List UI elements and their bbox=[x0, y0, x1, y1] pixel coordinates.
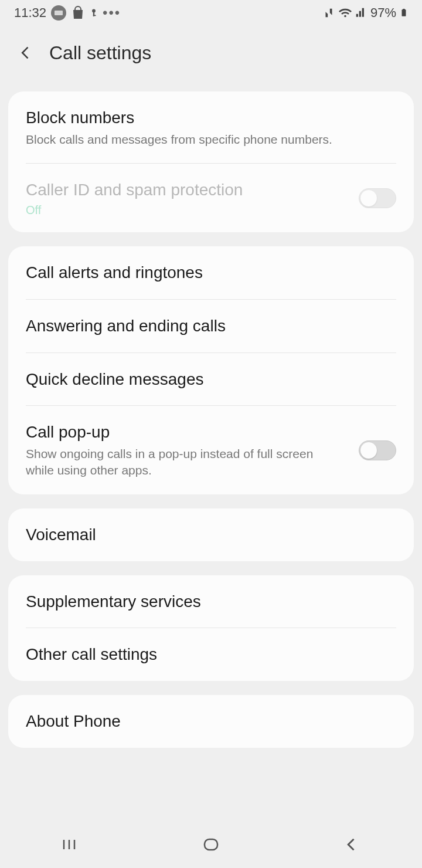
setting-row-quick-decline[interactable]: Quick decline messages bbox=[8, 353, 414, 406]
setting-row-supplementary[interactable]: Supplementary services bbox=[8, 575, 414, 628]
setting-title: Block numbers bbox=[26, 107, 396, 129]
home-button[interactable] bbox=[199, 833, 223, 856]
setting-status: Off bbox=[26, 204, 396, 217]
settings-group: Block numbersBlock calls and messages fr… bbox=[8, 91, 414, 232]
svg-rect-4 bbox=[402, 9, 406, 16]
setting-row-call-alerts[interactable]: Call alerts and ringtones bbox=[8, 246, 414, 299]
settings-group: Call alerts and ringtonesAnswering and e… bbox=[8, 246, 414, 494]
status-time: 11:32 bbox=[14, 5, 46, 21]
toggle-switch[interactable] bbox=[359, 440, 396, 460]
settings-group: Supplementary servicesOther call setting… bbox=[8, 575, 414, 681]
wifi-icon bbox=[339, 6, 352, 19]
setting-row-block-numbers[interactable]: Block numbersBlock calls and messages fr… bbox=[8, 91, 414, 163]
toggle-knob bbox=[360, 442, 377, 459]
setting-row-about-phone[interactable]: About Phone bbox=[8, 695, 414, 748]
battery-percent: 97% bbox=[370, 5, 396, 21]
setting-title: Quick decline messages bbox=[26, 368, 396, 391]
nav-back-button[interactable] bbox=[340, 833, 363, 856]
setting-subtitle: Block calls and messages from specific p… bbox=[26, 131, 336, 148]
svg-rect-3 bbox=[93, 15, 96, 16]
setting-row-caller-id-spam: Caller ID and spam protectionOff bbox=[8, 164, 414, 232]
svg-point-1 bbox=[92, 9, 96, 13]
settings-group: Voicemail bbox=[8, 508, 414, 561]
setting-title: Supplementary services bbox=[26, 591, 396, 613]
notification-badge-icon bbox=[51, 5, 66, 21]
vibrate-icon bbox=[322, 6, 335, 19]
back-button[interactable] bbox=[18, 45, 34, 61]
app-bar: Call settings bbox=[0, 26, 422, 80]
status-right: 97% bbox=[322, 5, 408, 21]
status-bar: 11:32 ••• 97% bbox=[0, 0, 422, 26]
setting-title: About Phone bbox=[26, 710, 396, 733]
settings-group: About Phone bbox=[8, 695, 414, 748]
svg-rect-0 bbox=[55, 11, 63, 15]
setting-title: Call pop-up bbox=[26, 421, 396, 443]
setting-row-answering-ending[interactable]: Answering and ending calls bbox=[8, 300, 414, 352]
navigation-bar bbox=[0, 821, 422, 868]
svg-rect-9 bbox=[205, 839, 217, 850]
setting-subtitle: Show ongoing calls in a pop-up instead o… bbox=[26, 446, 336, 479]
setting-row-call-popup[interactable]: Call pop-upShow ongoing calls in a pop-u… bbox=[8, 406, 414, 494]
setting-row-voicemail[interactable]: Voicemail bbox=[8, 508, 414, 561]
setting-title: Call alerts and ringtones bbox=[26, 262, 396, 284]
recents-button[interactable] bbox=[59, 833, 82, 856]
more-notifications-icon: ••• bbox=[103, 5, 121, 21]
status-left: 11:32 ••• bbox=[14, 5, 121, 21]
toggle-knob bbox=[360, 190, 377, 206]
settings-content: Block numbersBlock calls and messages fr… bbox=[0, 91, 422, 748]
setting-title: Answering and ending calls bbox=[26, 315, 396, 337]
setting-title: Voicemail bbox=[26, 524, 396, 546]
setting-title: Other call settings bbox=[26, 643, 396, 666]
toggle-switch bbox=[359, 188, 396, 208]
signal-icon bbox=[355, 7, 367, 19]
page-title: Call settings bbox=[49, 42, 151, 64]
battery-icon bbox=[400, 6, 408, 19]
setting-row-other-call-settings[interactable]: Other call settings bbox=[8, 628, 414, 681]
svg-rect-5 bbox=[403, 9, 405, 10]
setting-title: Caller ID and spam protection bbox=[26, 179, 396, 201]
shopping-bag-icon bbox=[71, 6, 85, 20]
key-icon bbox=[90, 6, 98, 19]
